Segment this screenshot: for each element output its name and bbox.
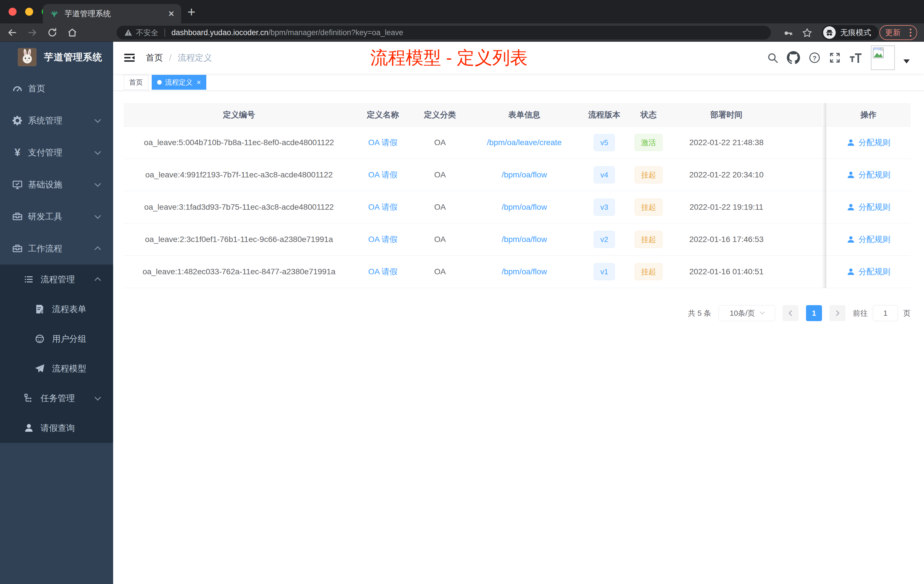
cell-definition-id: oa_leave:2:3c1f0ef1-76b1-11ec-9c66-a2380… bbox=[124, 223, 354, 256]
incognito-badge: 无痕模式 bbox=[822, 25, 879, 40]
sidebar-item-workflow[interactable]: 工作流程 bbox=[0, 233, 113, 265]
reload-icon[interactable] bbox=[47, 27, 58, 38]
cell-filler bbox=[784, 223, 822, 256]
avatar-caret-icon[interactable] bbox=[903, 59, 910, 63]
chevron-down-icon bbox=[94, 212, 101, 219]
bookmark-star-icon[interactable] bbox=[802, 27, 813, 38]
chevron-down-icon bbox=[94, 180, 101, 187]
definition-name-link[interactable]: OA 请假 bbox=[368, 137, 398, 148]
sidebar-item-devtools[interactable]: 研发工具 bbox=[0, 201, 113, 233]
column-header: 表单信息 bbox=[469, 103, 580, 126]
home-icon[interactable] bbox=[67, 27, 78, 38]
definition-table: 定义编号 定义名称 定义分类 表单信息 流程版本 状态 部署时间 操作 oa_l… bbox=[124, 103, 911, 288]
sidebar-item-infra[interactable]: 基础设施 bbox=[0, 168, 113, 201]
cell-deploy-time: 2022-01-22 21:48:38 bbox=[668, 127, 784, 158]
fullscreen-icon[interactable] bbox=[829, 52, 841, 63]
cell-filler bbox=[784, 191, 822, 223]
table-row: oa_leave:1:482ec033-762a-11ec-8477-a2380… bbox=[124, 256, 911, 288]
not-secure-warning-icon bbox=[124, 28, 132, 37]
fixed-column-gap bbox=[822, 223, 826, 256]
sidebar-item-task-management[interactable]: 任务管理 bbox=[0, 383, 113, 413]
tag-home[interactable]: 首页 bbox=[124, 75, 148, 90]
workflow-submenu: 流程管理 流程表单 用户分组 流程模型 任务管理 bbox=[0, 265, 113, 443]
assign-rule-button[interactable]: 分配规则 bbox=[846, 202, 891, 213]
tag-process-definition[interactable]: 流程定义 × bbox=[152, 75, 206, 90]
goto-page-input[interactable] bbox=[873, 305, 898, 321]
form-link[interactable]: /bpm/oa/leave/create bbox=[487, 138, 562, 147]
sidebar-item-process-management[interactable]: 流程管理 bbox=[0, 265, 113, 294]
sidebar-item-system[interactable]: 系统管理 bbox=[0, 105, 113, 137]
browser-menu-kebab-icon[interactable] bbox=[910, 28, 911, 36]
tab-close-icon[interactable]: × bbox=[168, 8, 174, 19]
key-icon[interactable] bbox=[784, 28, 792, 38]
sidebar-item-process-form[interactable]: 流程表单 bbox=[0, 294, 113, 324]
assign-rule-button[interactable]: 分配规则 bbox=[846, 266, 891, 277]
sidebar-item-process-model[interactable]: 流程模型 bbox=[0, 354, 113, 383]
goto-page: 前往 页 bbox=[853, 305, 911, 321]
sidebar-item-home[interactable]: 首页 bbox=[0, 73, 113, 105]
definition-name-link[interactable]: OA 请假 bbox=[368, 266, 398, 277]
cell-deploy-time: 2022-01-16 01:40:51 bbox=[668, 256, 784, 288]
cell-definition-id: oa_leave:1:482ec033-762a-11ec-8477-a2380… bbox=[124, 256, 354, 288]
sidebar-collapse-icon[interactable] bbox=[124, 52, 135, 63]
sidebar-item-label: 工作流程 bbox=[28, 243, 62, 254]
tab-favicon-seedling-icon bbox=[50, 9, 59, 18]
tag-close-icon[interactable]: × bbox=[196, 79, 201, 86]
definition-name-link[interactable]: OA 请假 bbox=[368, 202, 398, 213]
fixed-column-gap bbox=[822, 159, 826, 191]
definition-name-link[interactable]: OA 请假 bbox=[368, 234, 398, 245]
assign-rule-button[interactable]: 分配规则 bbox=[846, 137, 891, 148]
navbar-actions: ? bbox=[767, 42, 910, 74]
font-size-icon[interactable] bbox=[849, 51, 862, 64]
assign-rule-button[interactable]: 分配规则 bbox=[846, 170, 891, 180]
cell-category: OA bbox=[411, 127, 469, 158]
assign-rule-button[interactable]: 分配规则 bbox=[846, 234, 891, 245]
sidebar-item-label: 基础设施 bbox=[28, 179, 62, 191]
active-tag-dot bbox=[157, 80, 162, 84]
assign-rule-label: 分配规则 bbox=[858, 266, 891, 277]
new-tab-button[interactable]: + bbox=[187, 4, 195, 20]
form-link[interactable]: /bpm/oa/flow bbox=[502, 267, 547, 276]
browser-tab-bar: 芋道管理系统 × + bbox=[0, 0, 924, 23]
table-row: oa_leave:5:004b710b-7b8a-11ec-8ef0-acde4… bbox=[124, 127, 911, 159]
back-icon[interactable] bbox=[7, 27, 18, 38]
toolbox-icon bbox=[12, 211, 23, 222]
form-link[interactable]: /bpm/oa/flow bbox=[502, 170, 547, 180]
address-divider bbox=[165, 28, 165, 36]
form-link[interactable]: /bpm/oa/flow bbox=[502, 235, 547, 244]
browser-tab[interactable]: 芋道管理系统 × bbox=[43, 4, 181, 23]
next-page-button[interactable] bbox=[830, 305, 845, 321]
sidebar-item-label: 流程管理 bbox=[41, 274, 75, 285]
sidebar-item-payment[interactable]: ¥ 支付管理 bbox=[0, 137, 113, 168]
page-content: 定义编号 定义名称 定义分类 表单信息 流程版本 状态 部署时间 操作 oa_l… bbox=[113, 91, 924, 584]
chevron-up-icon bbox=[94, 246, 101, 253]
page-size-select[interactable]: 10条/页 bbox=[719, 305, 775, 321]
page-annotation-title: 流程模型 - 定义列表 bbox=[370, 46, 528, 70]
chevron-down-icon bbox=[94, 116, 101, 123]
tab-title: 芋道管理系统 bbox=[64, 8, 168, 19]
sidebar-item-leave-query[interactable]: 请假查询 bbox=[0, 413, 113, 443]
window-close-button[interactable] bbox=[8, 8, 16, 16]
sidebar-item-user-group[interactable]: 用户分组 bbox=[0, 324, 113, 354]
page-number-1[interactable]: 1 bbox=[806, 305, 822, 321]
github-icon[interactable] bbox=[787, 51, 800, 64]
window-minimize-button[interactable] bbox=[25, 8, 33, 16]
address-bar[interactable]: 不安全 dashboard.yudao.iocoder.cn/bpm/manag… bbox=[117, 26, 771, 40]
user-avatar[interactable] bbox=[871, 45, 895, 70]
forward-icon[interactable] bbox=[27, 27, 38, 38]
browser-update-button[interactable]: 更新 bbox=[879, 25, 917, 40]
help-icon[interactable]: ? bbox=[808, 52, 820, 64]
definition-name-link[interactable]: OA 请假 bbox=[368, 170, 398, 180]
column-header: 定义编号 bbox=[124, 103, 354, 126]
breadcrumb-home[interactable]: 首页 bbox=[146, 52, 163, 64]
pagination: 共 5 条 10条/页 1 前往 页 bbox=[124, 305, 911, 321]
cell-filler bbox=[784, 127, 822, 158]
sidebar-item-label: 研发工具 bbox=[28, 211, 62, 223]
search-icon[interactable] bbox=[767, 52, 778, 63]
form-link[interactable]: /bpm/oa/flow bbox=[502, 203, 547, 212]
status-badge: 挂起 bbox=[635, 263, 663, 280]
cell-filler bbox=[784, 159, 822, 191]
sidebar: 芋道管理系统 首页 系统管理 ¥ 支付管理 基础设施 bbox=[0, 42, 113, 584]
chevron-left-icon bbox=[789, 310, 794, 316]
prev-page-button[interactable] bbox=[782, 305, 799, 321]
